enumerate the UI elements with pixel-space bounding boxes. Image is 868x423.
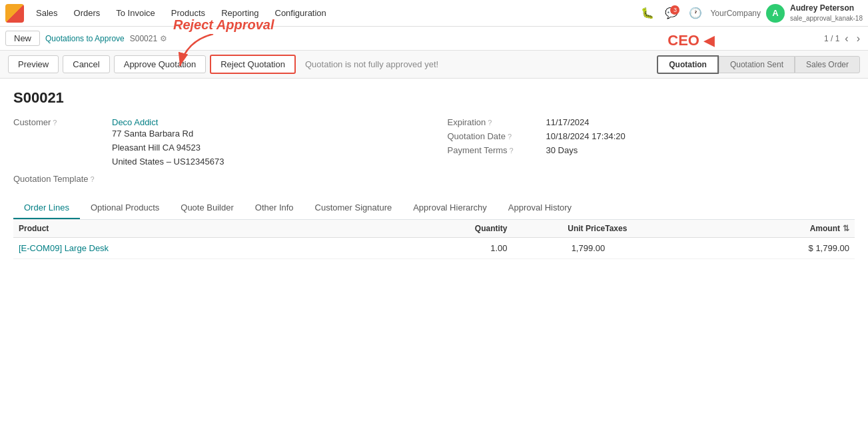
pipeline-quotation[interactable]: Quotation: [657, 55, 719, 74]
customer-field-row: Customer ? Deco Addict 77 Santa Barbara …: [13, 117, 421, 169]
col-price-header: Unit Price: [508, 224, 606, 233]
customer-address: 77 Santa Barbara Rd Pleasant Hill CA 945…: [112, 127, 224, 169]
quotation-date-help: ?: [508, 133, 512, 141]
tab-approval-hierarchy[interactable]: Approval Hierarchy: [402, 197, 498, 219]
form-col-left: Customer ? Deco Addict 77 Santa Barbara …: [13, 117, 421, 187]
customer-name[interactable]: Deco Addict: [112, 117, 224, 127]
breadcrumb-bar: New Quotations to Approve S00021 ⚙ CEO ◀…: [0, 27, 868, 51]
expiration-value[interactable]: 11/17/2024: [546, 117, 590, 127]
quotation-date-value[interactable]: 10/18/2024 17:34:20: [546, 131, 626, 141]
customer-value-block: Deco Addict 77 Santa Barbara Rd Pleasant…: [112, 117, 224, 169]
pipeline: Quotation Quotation Sent Sales Order: [657, 55, 860, 74]
payment-terms-label: Payment Terms ?: [448, 145, 541, 155]
table-header: Product Quantity Unit Price Taxes Amount…: [13, 220, 855, 238]
col-amount-header: Amount ⇅: [703, 224, 849, 233]
topbar: Sales Orders To Invoice Products Reporti…: [0, 0, 868, 27]
main-nav: Sales Orders To Invoice Products Reporti…: [29, 5, 638, 21]
nav-to-invoice[interactable]: To Invoice: [109, 5, 162, 21]
quotation-template-row: Quotation Template ?: [13, 174, 421, 184]
app-logo: [5, 4, 24, 23]
ceo-arrow-icon: ◀: [703, 32, 715, 49]
tab-optional-products[interactable]: Optional Products: [80, 197, 170, 219]
pipeline-sales-order[interactable]: Sales Order: [795, 56, 860, 73]
tab-order-lines[interactable]: Order Lines: [13, 197, 80, 219]
reject-button[interactable]: Reject Quotation: [210, 55, 296, 74]
messages-icon[interactable]: 💬 3: [662, 4, 681, 23]
nav-orders[interactable]: Orders: [67, 5, 107, 21]
prev-button[interactable]: ‹: [842, 31, 851, 46]
expiration-help: ?: [488, 119, 492, 127]
tabs-bar: Order Lines Optional Products Quote Buil…: [13, 197, 855, 220]
messages-badge: 3: [670, 5, 679, 15]
col-taxes-header: Taxes: [605, 224, 703, 233]
cancel-button[interactable]: Cancel: [63, 55, 109, 73]
user-name: Audrey Peterson: [790, 3, 863, 14]
main-content: S00021 Customer ? Deco Addict 77 Santa B…: [0, 79, 868, 423]
nav-sales[interactable]: Sales: [29, 5, 65, 21]
breadcrumb-sub: S00021 ⚙: [130, 34, 167, 43]
adjust-columns-icon[interactable]: ⇅: [843, 224, 849, 233]
quotation-template-help: ?: [91, 175, 95, 183]
form-col-right: Expiration ? 11/17/2024 Quotation Date ?…: [448, 117, 855, 187]
quotation-date-row: Quotation Date ? 10/18/2024 17:34:20: [448, 131, 855, 141]
quantity-cell: 1.00: [410, 243, 508, 253]
user-info: Audrey Peterson sale_approval_kanak-18: [790, 3, 863, 23]
ceo-label: CEO: [667, 32, 699, 49]
customer-help: ?: [53, 119, 57, 127]
approve-button[interactable]: Approve Quotation: [114, 55, 206, 73]
amount-cell: $ 1,799.00: [703, 243, 849, 253]
expiration-label: Expiration ?: [448, 117, 541, 127]
nav-configuration[interactable]: Configuration: [268, 5, 333, 21]
user-subtitle: sale_approval_kanak-18: [790, 14, 863, 23]
payment-terms-value[interactable]: 30 Days: [546, 145, 578, 155]
col-qty-header: Quantity: [410, 224, 508, 233]
product-link[interactable]: [E-COM09] Large Desk: [19, 243, 109, 253]
order-lines-table: Product Quantity Unit Price Taxes Amount…: [13, 220, 855, 259]
tab-approval-history[interactable]: Approval History: [498, 197, 582, 219]
payment-terms-help: ?: [510, 147, 514, 155]
form-title: S00021: [13, 89, 855, 107]
avatar[interactable]: A: [766, 4, 785, 23]
nav-reporting[interactable]: Reporting: [215, 5, 265, 21]
pipeline-quotation-sent[interactable]: Quotation Sent: [719, 56, 795, 73]
form-row: Customer ? Deco Addict 77 Santa Barbara …: [13, 117, 855, 187]
payment-terms-row: Payment Terms ? 30 Days: [448, 145, 855, 155]
gear-icon[interactable]: ⚙: [160, 34, 167, 43]
next-button[interactable]: ›: [854, 31, 863, 46]
pagination-text: 1 / 1: [824, 34, 839, 43]
new-button[interactable]: New: [5, 31, 40, 46]
tab-quote-builder[interactable]: Quote Builder: [170, 197, 244, 219]
preview-button[interactable]: Preview: [8, 55, 59, 73]
bug-icon[interactable]: 🐛: [638, 4, 657, 23]
ceo-annotation: CEO ◀: [667, 32, 715, 49]
quotation-date-label: Quotation Date ?: [448, 131, 541, 141]
status-message: Quotation is not fully approved yet!: [305, 59, 438, 69]
tab-customer-signature[interactable]: Customer Signature: [304, 197, 403, 219]
clock-icon[interactable]: 🕐: [686, 4, 705, 23]
pagination: 1 / 1 ‹ ›: [824, 31, 863, 46]
topbar-right: 🐛 💬 3 🕐 YourCompany A Audrey Peterson sa…: [638, 3, 863, 23]
company-name: YourCompany: [710, 9, 761, 18]
record-id: S00021: [130, 34, 157, 43]
table-row: [E-COM09] Large Desk 1.00 1,799.00 $ 1,7…: [13, 238, 855, 259]
product-cell: [E-COM09] Large Desk: [19, 243, 410, 253]
breadcrumb-link[interactable]: Quotations to Approve: [45, 34, 125, 43]
expiration-field-row: Expiration ? 11/17/2024: [448, 117, 855, 127]
tab-other-info[interactable]: Other Info: [244, 197, 304, 219]
action-bar: Preview Cancel Approve Quotation Reject …: [0, 51, 868, 79]
customer-label: Customer ?: [13, 117, 107, 127]
col-product-header: Product: [19, 224, 410, 233]
nav-products[interactable]: Products: [165, 5, 212, 21]
quotation-template-label: Quotation Template ?: [13, 174, 107, 184]
price-cell: 1,799.00: [508, 243, 606, 253]
